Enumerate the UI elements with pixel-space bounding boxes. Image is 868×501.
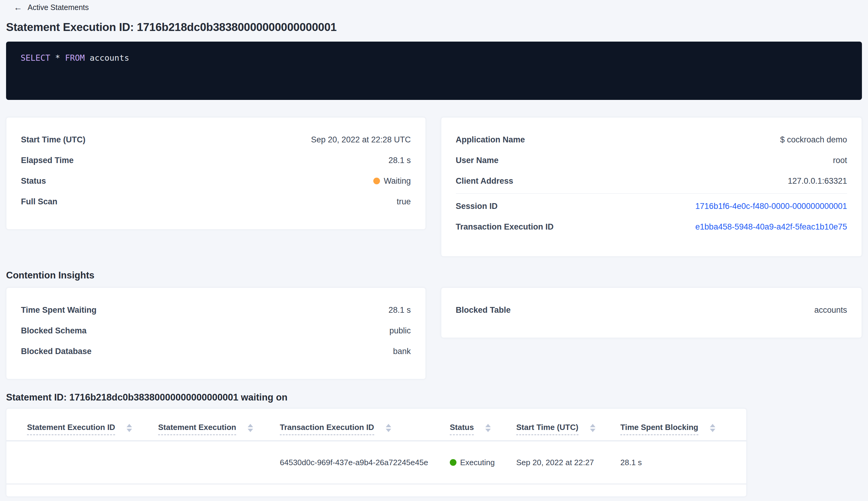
sort-arrows-icon	[485, 424, 491, 432]
blocked-table-label: Blocked Table	[456, 306, 511, 315]
waiting-status-dot-icon	[373, 178, 380, 184]
blocked-database-row: Blocked Database bank	[21, 346, 411, 356]
blocked-schema-label: Blocked Schema	[21, 326, 87, 335]
column-header-statement-execution-id[interactable]: Statement Execution ID	[27, 423, 158, 435]
session-id-label: Session ID	[456, 202, 498, 211]
back-link-label: Active Statements	[28, 3, 89, 12]
sql-keyword-select: SELECT	[21, 53, 55, 63]
cell-transaction-execution-id: 64530d0c-969f-437e-a9b4-26a72245e45e	[280, 458, 450, 467]
user-name-label: User Name	[456, 156, 499, 165]
application-name-value: $ cockroach demo	[780, 135, 847, 145]
sort-arrows-icon	[248, 424, 253, 432]
waiting-statements-table: Statement Execution ID Statement Executi…	[6, 408, 747, 497]
cell-start-time: Sep 20, 2022 at 22:27	[516, 458, 620, 467]
client-address-label: Client Address	[456, 177, 513, 186]
status-value-group: Waiting	[373, 177, 411, 186]
sort-arrows-icon	[710, 424, 715, 432]
blocked-table-value: accounts	[814, 306, 847, 315]
start-time-row: Start Time (UTC) Sep 20, 2022 at 22:28 U…	[21, 135, 411, 145]
elapsed-time-label: Elapsed Time	[21, 156, 74, 165]
application-name-label: Application Name	[456, 135, 525, 145]
user-name-value: root	[833, 156, 847, 165]
back-link-active-statements[interactable]: ← Active Statements	[0, 0, 89, 12]
cell-time-spent-blocking: 28.1 s	[620, 458, 732, 467]
sql-keyword-from: FROM	[65, 53, 89, 63]
sort-arrows-icon	[386, 424, 391, 432]
session-id-row: Session ID 1716b1f6-4e0c-f480-0000-00000…	[456, 201, 847, 211]
transaction-execution-id-link[interactable]: e1bba458-5948-40a9-a42f-5feac1b10e75	[695, 222, 847, 232]
client-address-row: Client Address 127.0.0.1:63321	[456, 176, 847, 186]
column-header-status[interactable]: Status	[450, 423, 516, 435]
session-details-card: Application Name $ cockroach demo User N…	[441, 117, 862, 257]
blocked-schema-row: Blocked Schema public	[21, 326, 411, 336]
blocked-database-value: bank	[393, 347, 411, 356]
sql-statement-box: SELECT * FROM accounts	[6, 42, 862, 100]
sql-statement-text: SELECT * FROM accounts	[21, 53, 847, 63]
contention-insights-heading: Contention Insights	[6, 270, 862, 281]
blocked-table-row: Blocked Table accounts	[456, 305, 847, 315]
table-header-row: Statement Execution ID Statement Executi…	[7, 409, 746, 441]
session-id-link[interactable]: 1716b1f6-4e0c-f480-0000-000000000001	[695, 202, 847, 211]
transaction-execution-id-label: Transaction Execution ID	[456, 222, 554, 232]
back-arrow-icon: ←	[14, 3, 22, 12]
session-card-divider	[456, 193, 847, 194]
column-header-statement-execution[interactable]: Statement Execution	[158, 423, 280, 435]
sql-star: *	[55, 53, 65, 63]
start-time-label: Start Time (UTC)	[21, 135, 86, 145]
blocked-schema-value: public	[389, 326, 411, 335]
full-scan-value: true	[397, 197, 411, 206]
start-time-value: Sep 20, 2022 at 22:28 UTC	[311, 135, 411, 145]
contention-details-card: Time Spent Waiting 28.1 s Blocked Schema…	[6, 288, 426, 379]
page-title: Statement Execution ID: 1716b218dc0b3838…	[6, 21, 862, 34]
status-row: Status Waiting	[21, 176, 411, 186]
time-spent-waiting-label: Time Spent Waiting	[21, 306, 97, 315]
column-header-time-spent-blocking[interactable]: Time Spent Blocking	[620, 423, 732, 435]
table-row: 64530d0c-969f-437e-a9b4-26a72245e45e Exe…	[7, 441, 746, 484]
time-spent-waiting-value: 28.1 s	[389, 306, 411, 315]
client-address-value: 127.0.0.1:63321	[788, 177, 847, 186]
column-header-transaction-execution-id[interactable]: Transaction Execution ID	[280, 423, 450, 435]
cell-status: Executing	[450, 458, 516, 467]
blocked-table-card: Blocked Table accounts	[441, 288, 862, 338]
elapsed-time-row: Elapsed Time 28.1 s	[21, 155, 411, 166]
sql-table-name: accounts	[90, 53, 129, 63]
contention-cards-row: Time Spent Waiting 28.1 s Blocked Schema…	[6, 288, 862, 379]
statement-execution-details-page: ← Active Statements Statement Execution …	[0, 0, 868, 501]
sort-arrows-icon	[127, 424, 132, 432]
blocked-database-label: Blocked Database	[21, 347, 92, 356]
executing-status-dot-icon	[450, 459, 456, 466]
sort-arrows-icon	[590, 424, 595, 432]
transaction-execution-id-row: Transaction Execution ID e1bba458-5948-4…	[456, 222, 847, 232]
overview-cards-row: Start Time (UTC) Sep 20, 2022 at 22:28 U…	[6, 117, 862, 257]
waiting-on-heading: Statement ID: 1716b218dc0b38380000000000…	[6, 392, 862, 403]
cell-status-text: Executing	[460, 458, 495, 467]
full-scan-row: Full Scan true	[21, 196, 411, 207]
execution-details-card: Start Time (UTC) Sep 20, 2022 at 22:28 U…	[6, 117, 426, 230]
column-header-start-time[interactable]: Start Time (UTC)	[516, 423, 620, 435]
status-label: Status	[21, 177, 46, 186]
status-value: Waiting	[384, 177, 411, 186]
full-scan-label: Full Scan	[21, 197, 57, 206]
elapsed-time-value: 28.1 s	[389, 156, 411, 165]
user-name-row: User Name root	[456, 155, 847, 166]
application-name-row: Application Name $ cockroach demo	[456, 135, 847, 145]
time-spent-waiting-row: Time Spent Waiting 28.1 s	[21, 305, 411, 315]
